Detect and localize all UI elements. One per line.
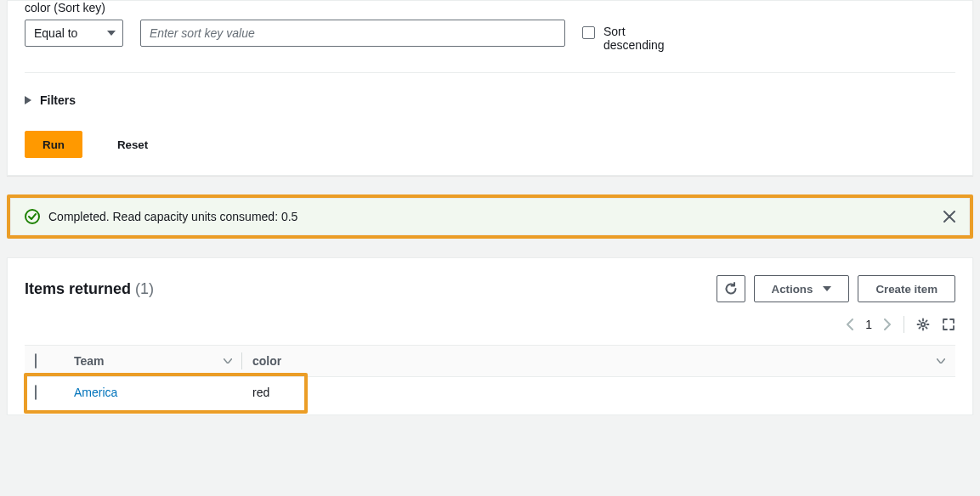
run-button[interactable]: Run: [25, 131, 82, 158]
select-all-checkbox[interactable]: [35, 353, 37, 369]
next-page-button[interactable]: [884, 318, 892, 330]
status-alert: Completed. Read capacity units consumed:…: [10, 198, 970, 235]
operator-value: Equal to: [34, 26, 77, 40]
refresh-button[interactable]: [717, 275, 745, 302]
operator-select[interactable]: Equal to: [25, 20, 123, 47]
prev-page-button[interactable]: [846, 318, 853, 330]
pagination: 1: [25, 316, 955, 333]
close-icon[interactable]: [943, 211, 955, 223]
settings-icon[interactable]: [916, 318, 930, 331]
table-header-row: Team color: [25, 346, 955, 377]
row-checkbox[interactable]: [35, 385, 37, 400]
page-number: 1: [865, 318, 872, 331]
query-panel: color (Sort key) Equal to Sort descendin…: [7, 0, 973, 176]
results-table: Team color: [25, 345, 955, 408]
fullscreen-icon[interactable]: [942, 318, 955, 331]
alert-highlight: Completed. Read capacity units consumed:…: [7, 194, 973, 239]
alert-message: Completed. Read capacity units consumed:…: [48, 210, 297, 223]
caret-down-icon: [107, 31, 116, 36]
sort-desc-checkbox[interactable]: [582, 26, 595, 39]
sort-icon: [937, 358, 945, 364]
table-row[interactable]: America red: [25, 377, 955, 409]
success-icon: [25, 209, 40, 224]
sort-icon: [224, 358, 232, 364]
results-count: (1): [135, 280, 154, 297]
column-header-color[interactable]: color: [242, 346, 955, 377]
filters-expander[interactable]: Filters: [25, 93, 955, 107]
caret-down-icon: [823, 286, 831, 291]
refresh-icon: [724, 282, 738, 296]
sort-key-input[interactable]: [140, 20, 565, 47]
sort-key-label: color (Sort key): [25, 1, 955, 14]
svg-point-0: [25, 210, 39, 223]
sort-desc-option[interactable]: Sort descending: [582, 25, 680, 52]
column-label: color: [252, 354, 281, 368]
divider: [25, 72, 955, 73]
cell-color: red: [252, 386, 269, 399]
column-header-team[interactable]: Team: [64, 346, 242, 377]
results-title: Items returned (1): [25, 280, 154, 298]
reset-button[interactable]: Reset: [99, 131, 166, 158]
filters-label: Filters: [40, 93, 76, 107]
select-all-header: [25, 346, 64, 377]
actions-button[interactable]: Actions: [754, 275, 850, 302]
create-item-button[interactable]: Create item: [858, 275, 955, 302]
svg-point-1: [921, 323, 925, 326]
column-label: Team: [74, 354, 105, 368]
results-header: Items returned (1) Actions Create item: [25, 275, 955, 302]
caret-right-icon: [25, 96, 31, 104]
sort-key-field: color (Sort key) Equal to Sort descendin…: [25, 1, 955, 52]
sort-desc-label: Sort descending: [603, 25, 680, 52]
results-title-text: Items returned: [25, 280, 131, 297]
actions-label: Actions: [772, 283, 813, 296]
results-panel: Items returned (1) Actions Create item: [7, 257, 973, 415]
cell-team[interactable]: America: [74, 386, 117, 399]
